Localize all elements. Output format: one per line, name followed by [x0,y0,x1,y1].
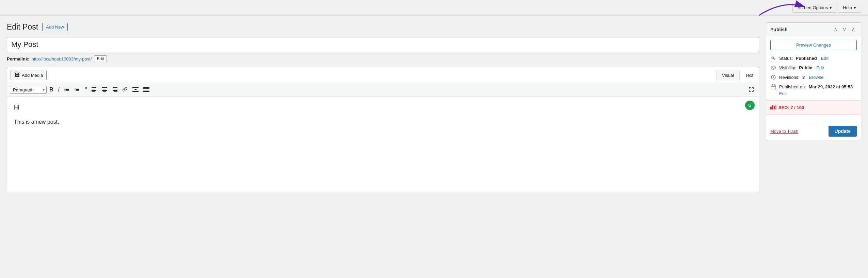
revisions-browse-link[interactable]: Browse [809,75,823,80]
blockquote-button[interactable]: " [83,85,89,94]
post-title-input[interactable] [7,37,759,52]
page-title-row: Edit Post Add New [7,22,759,32]
italic-button[interactable]: I [56,86,62,94]
published-on-edit-link[interactable]: Edit [779,91,787,96]
toolbar-toggle-button[interactable] [141,86,151,94]
svg-point-6 [65,90,66,91]
add-media-button[interactable]: 🖼 Add Media [11,70,47,80]
seo-row: SEO: 7 / 100 [766,100,861,115]
text-content-area[interactable]: G Hi This is a new post. [7,97,759,192]
seo-chart-icon [770,104,776,111]
top-bar: Screen Options ▾ Help ▾ [0,0,868,16]
insert-read-more-button[interactable] [130,86,141,94]
eye-icon [770,65,776,71]
svg-rect-40 [774,106,775,109]
publish-meta: Status: Published Edit Visibility: Publi… [770,55,857,96]
svg-rect-38 [770,107,772,109]
unordered-list-button[interactable] [62,85,72,94]
svg-rect-37 [771,85,776,89]
clock-icon [770,74,776,80]
svg-rect-41 [775,105,776,109]
svg-rect-8 [76,89,79,90]
meta-row-visibility: Visibility: Public Edit [770,65,857,71]
seo-label: SEO: 7 / 100 [778,105,804,110]
help-button[interactable]: Help ▾ [838,3,861,13]
svg-rect-39 [772,105,773,109]
svg-rect-20 [103,91,106,92]
add-media-row: 🖼 Add Media [7,67,716,83]
publish-panel-title: Publish [770,27,788,32]
key-icon [770,55,776,61]
svg-text:3: 3 [75,89,76,91]
publish-collapse-up-button[interactable]: ∧ [832,25,839,33]
content-paragraph-2: This is a new post. [14,118,752,126]
svg-rect-25 [132,87,139,88]
publish-body: Preview Changes Status: Published Edit [766,36,861,122]
permalink-url[interactable]: http://localhost:10003/my-post/ [31,56,92,62]
visibility-edit-link[interactable]: Edit [816,65,824,70]
add-media-icon: 🖼 [14,72,20,78]
permalink-edit-button[interactable]: Edit [94,55,107,62]
svg-rect-28 [135,89,136,90]
ordered-list-button[interactable]: 123 [73,85,82,94]
svg-point-35 [773,67,774,68]
calendar-icon [770,84,776,90]
visibility-value: Public [799,65,812,70]
format-select[interactable]: Paragraph Heading 1 Heading 2 Heading 3 … [10,86,47,94]
svg-rect-33 [143,91,149,92]
meta-row-revisions: Revisions: 3 Browse [770,74,857,80]
svg-rect-13 [92,87,96,88]
screen-options-button[interactable]: Screen Options ▾ [792,3,837,13]
meta-row-status: Status: Published Edit [770,55,857,61]
sidebar: Publish ∧ ∨ ∧ Preview Changes [766,22,861,192]
bold-button[interactable]: B [47,86,55,94]
published-on-label: Published on: [779,84,806,89]
svg-rect-31 [143,88,149,89]
grammarly-icon: G [745,101,755,110]
help-label: Help [843,5,852,10]
svg-rect-18 [103,89,106,89]
preview-changes-button[interactable]: Preview Changes [770,40,857,50]
add-new-button[interactable]: Add New [42,23,68,31]
svg-rect-32 [143,90,149,90]
update-button[interactable]: Update [829,126,857,137]
align-center-button[interactable] [100,85,109,94]
publish-collapse-chevron-button[interactable]: ∧ [850,25,857,33]
content-area: Edit Post Add New Permalink: http://loca… [7,22,759,192]
main-wrapper: Edit Post Add New Permalink: http://loca… [0,16,868,199]
revisions-value: 3 [802,75,805,80]
status-edit-link[interactable]: Edit [821,56,829,61]
publish-box: Publish ∧ ∨ ∧ Preview Changes [766,22,861,140]
align-left-button[interactable] [90,85,99,94]
tab-text[interactable]: Text [739,70,759,81]
svg-rect-22 [114,89,117,89]
format-select-wrapper: Paragraph Heading 1 Heading 2 Heading 3 … [10,86,47,94]
align-right-button[interactable] [110,85,119,94]
svg-rect-27 [134,89,134,90]
add-media-label: Add Media [22,73,43,78]
screen-options-dropdown-icon: ▾ [830,5,832,10]
svg-rect-2 [66,89,69,90]
help-dropdown-icon: ▾ [854,5,856,10]
content-paragraph-1: Hi [14,103,752,112]
svg-rect-3 [66,90,69,91]
svg-rect-19 [102,90,107,91]
svg-point-4 [65,88,66,89]
svg-rect-16 [92,91,95,92]
move-to-trash-button[interactable]: Move to Trash [770,129,798,134]
svg-point-5 [65,89,66,90]
editor-container: 🖼 Add Media Visual Text Paragraph Headin… [7,67,759,192]
svg-rect-1 [66,88,69,88]
revisions-label: Revisions: [779,75,800,80]
link-button[interactable] [120,85,130,94]
publish-collapse-down-button[interactable]: ∨ [841,25,848,33]
svg-rect-15 [92,90,96,91]
tab-visual[interactable]: Visual [716,70,739,81]
svg-rect-29 [136,89,137,90]
svg-rect-9 [76,90,79,91]
svg-point-34 [772,57,774,59]
publish-header-controls: ∧ ∨ ∧ [832,25,857,33]
svg-rect-17 [102,87,107,88]
svg-rect-21 [113,87,117,88]
fullscreen-button[interactable] [746,85,756,94]
